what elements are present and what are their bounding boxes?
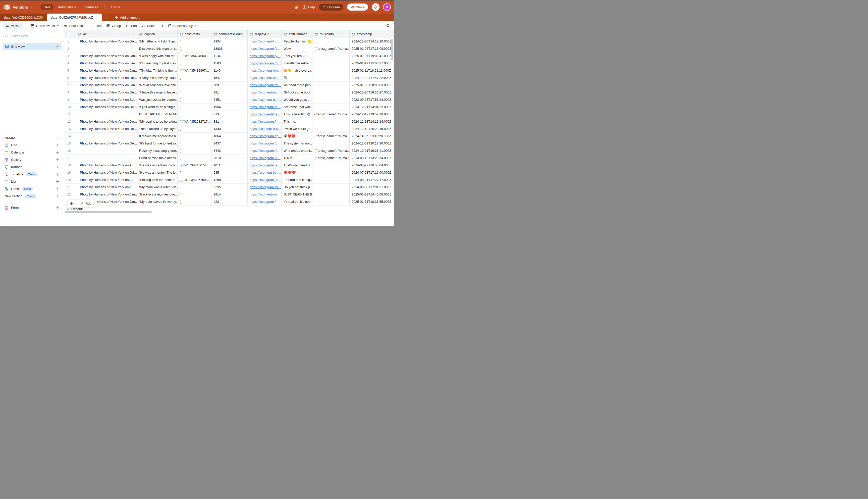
upgrade-button[interactable]: Upgrade xyxy=(319,4,343,11)
cell-childPosts[interactable]: [ { "id": "35404668… xyxy=(177,52,211,60)
cell-commentsCount[interactable]: 3334 xyxy=(211,38,248,45)
cell-childPosts[interactable]: [] xyxy=(177,89,211,96)
cell-musicInfo[interactable] xyxy=(312,38,350,45)
cell-displayUrl[interactable]: https://instagram.fk… xyxy=(248,155,282,161)
display-url-link[interactable]: https://instagram.fc… xyxy=(250,105,281,109)
cell-musicInfo[interactable] xyxy=(312,96,350,103)
cell-displayUrl[interactable]: https://scontent-iad… xyxy=(248,89,282,96)
cell-timestamp[interactable]: 2024-08-21T17:27:17.000Z xyxy=(350,177,394,183)
row-number[interactable]: 4 xyxy=(64,60,78,67)
row-number[interactable]: 2 xyxy=(64,45,78,52)
cell-timestamp[interactable]: 2024-11-27T19:16:20.000Z xyxy=(350,133,394,140)
cell-timestamp[interactable]: 2024-07-28T17:16:00.000Z xyxy=(350,169,394,176)
cell-alt[interactable]: Photo by Humans of New York on De… xyxy=(78,118,137,125)
cell-commentsCount[interactable]: 381 xyxy=(211,89,248,96)
cell-musicInfo[interactable] xyxy=(312,140,350,147)
cell-timestamp[interactable]: 2025-01-11T16:51:11.000Z xyxy=(350,67,394,74)
cell-firstComment[interactable]: grandfather retire… xyxy=(282,60,312,67)
cell-displayUrl[interactable]: https://scontent-ma… xyxy=(248,191,282,198)
cell-commentsCount[interactable]: 535 xyxy=(211,169,248,176)
cell-displayUrl[interactable]: https://instagram.fm… xyxy=(248,82,282,89)
cell-caption[interactable]: “I’m teaching my last clas… xyxy=(137,60,177,67)
cell-caption[interactable]: “Back in the eighties dun… xyxy=(137,191,177,198)
chevron-down-icon[interactable] xyxy=(389,33,392,35)
cell-commentsCount[interactable]: 1904 xyxy=(211,104,248,111)
cell-commentsCount[interactable]: 3437 xyxy=(211,140,248,147)
column-header-childPosts[interactable]: AchildPosts xyxy=(177,31,211,38)
row-number[interactable]: 7 xyxy=(64,82,78,89)
row-number[interactable]: 22 xyxy=(64,191,78,198)
cell-firstComment[interactable]: Who needs enemi… xyxy=(282,147,312,154)
cell-displayUrl[interactable]: https://instagram.fu… xyxy=(248,140,282,147)
cell-displayUrl[interactable]: https://scontent-hou… xyxy=(248,74,282,82)
cell-musicInfo[interactable] xyxy=(312,118,350,125)
cell-caption[interactable]: “Everyone knew my situat… xyxy=(137,74,177,82)
cell-commentsCount[interactable]: 831 xyxy=(211,118,248,125)
cell-displayUrl[interactable]: https://instagram.fy… xyxy=(248,52,282,60)
cell-firstComment[interactable]: Are these real wor… xyxy=(282,104,312,111)
cell-timestamp[interactable]: 2025-01-31T18:31:55.000Z xyxy=(350,198,394,205)
cell-alt[interactable]: Photo by Humans of New York on Jan… xyxy=(78,60,137,67)
cell-childPosts[interactable]: [] xyxy=(177,184,211,191)
row-number[interactable]: 10 xyxy=(64,104,78,111)
cell-firstComment[interactable]: ❤️❤️❤️ xyxy=(282,169,312,176)
cell-commentsCount[interactable]: 1298 xyxy=(211,177,248,183)
cell-commentsCount[interactable]: 813 xyxy=(211,111,248,118)
create-item-calendar[interactable]: Calendar xyxy=(3,149,61,156)
cell-firstComment[interactable]: it’s real but it’s not… xyxy=(282,198,312,205)
row-number[interactable]: 1 xyxy=(64,38,78,45)
display-url-link[interactable]: https://instagram.fsr… xyxy=(250,185,282,189)
plus-icon[interactable] xyxy=(56,165,60,169)
cell-caption[interactable]: “He was a mentor. The le… xyxy=(137,169,177,176)
cell-musicInfo[interactable] xyxy=(312,82,350,89)
cell-musicInfo[interactable] xyxy=(312,74,350,82)
group-button[interactable]: Group xyxy=(104,23,123,29)
cell-firstComment[interactable]: Do you not think p… xyxy=(282,184,312,191)
topnav-item-forms[interactable]: Forms xyxy=(108,4,123,10)
cell-caption[interactable]: “My mom was a witch. No… xyxy=(137,184,177,191)
create-item-gallery[interactable]: Gallery xyxy=(3,156,61,163)
column-header-caption[interactable]: Acaption xyxy=(137,31,177,38)
plus-icon[interactable] xyxy=(56,158,60,161)
cell-caption[interactable]: Discovered this man on t… xyxy=(137,45,177,52)
table-tab-data-yejxcj519ojntxc30[interactable]: data_YeJXCj519OJntxC30 xyxy=(0,14,47,21)
cell-displayUrl[interactable]: https://instagram.flh… xyxy=(248,177,282,183)
row-number[interactable]: 8 xyxy=(64,89,78,96)
column-header-alt[interactable]: Aalt xyxy=(64,31,137,38)
cell-timestamp[interactable]: 2024-12-18T14:16:14.000Z xyxy=(350,118,394,125)
cell-alt[interactable]: Photo by Humans of New York on Jan… xyxy=(78,67,137,74)
cell-firstComment[interactable]: That’s my friend B… xyxy=(282,162,312,169)
cell-firstComment[interactable]: 🔥👏 I also overca… xyxy=(282,67,312,74)
cell-caption[interactable]: “I was angry with him for … xyxy=(137,52,177,60)
cell-musicInfo[interactable] xyxy=(312,184,350,191)
display-url-link[interactable]: https://scontent-ma… xyxy=(250,193,281,196)
airtable-logo-icon[interactable] xyxy=(3,4,10,10)
cell-alt[interactable] xyxy=(78,155,137,161)
cell-childPosts[interactable]: [ { "id": "34440074… xyxy=(177,162,211,169)
cell-alt[interactable]: Photo by Humans of New York on Jan… xyxy=(78,52,137,60)
plus-icon[interactable] xyxy=(56,150,60,154)
create-section-header[interactable]: Create... xyxy=(3,135,61,142)
column-header-displayUrl[interactable]: AdisplayUrl xyxy=(248,31,282,38)
cell-musicInfo[interactable] xyxy=(312,169,350,176)
chevron-down-icon[interactable] xyxy=(207,33,209,35)
display-url-link[interactable]: https://scontent-lhr… xyxy=(250,39,280,43)
cell-musicInfo[interactable] xyxy=(312,60,350,67)
history-button[interactable] xyxy=(294,5,298,9)
cell-displayUrl[interactable]: https://scontent-ber… xyxy=(248,96,282,103)
create-item-new-section[interactable]: New sectionTeam xyxy=(3,193,61,200)
cell-alt[interactable]: Photo by Humans of New York on De… xyxy=(78,74,137,82)
cell-timestamp[interactable]: 2025-01-03T20:05:03.000Z xyxy=(350,82,394,89)
cell-displayUrl[interactable]: https://instagram.ftg… xyxy=(248,133,282,140)
cell-caption[interactable]: “My father and I don’t get… xyxy=(137,38,177,45)
cell-displayUrl[interactable]: https://instagram.fm… xyxy=(248,198,282,205)
cell-firstComment[interactable]: Would you guys e… xyxy=(282,96,312,103)
display-url-link[interactable]: https://scontent-lga… xyxy=(250,112,281,116)
display-url-link[interactable]: https://instagram.fbf… xyxy=(250,61,282,65)
color-button[interactable]: Color xyxy=(139,23,157,29)
find-view-input[interactable] xyxy=(11,34,60,38)
cell-commentsCount[interactable]: 2235 xyxy=(211,184,248,191)
cell-childPosts[interactable]: [] xyxy=(177,96,211,103)
views-toggle-button[interactable]: Views xyxy=(2,23,22,29)
display-url-link[interactable]: https://instagram.fm… xyxy=(250,200,282,204)
